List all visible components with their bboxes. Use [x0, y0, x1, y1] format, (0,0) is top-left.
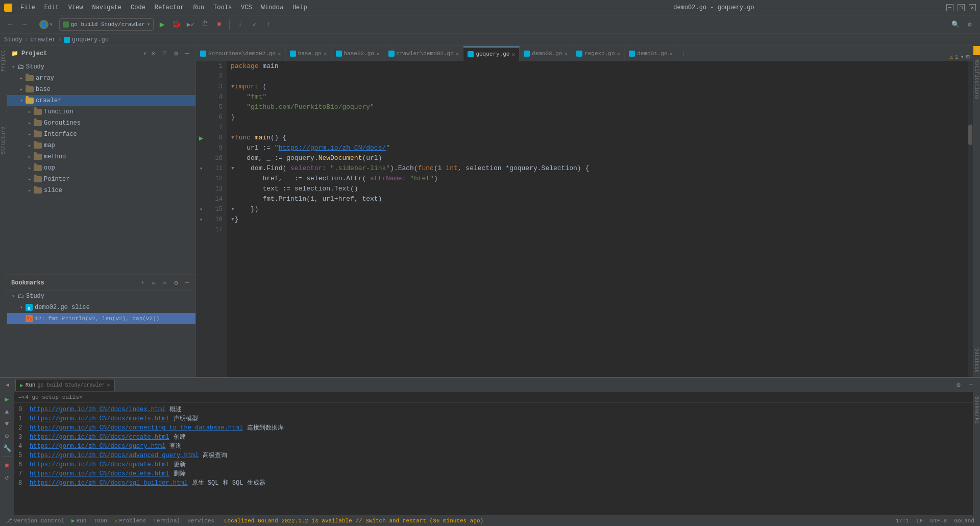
code-content[interactable]: package main ▾import ( "fmt" "github.com… — [227, 61, 968, 377]
tab-close-4[interactable]: ✕ — [511, 51, 515, 58]
output-url-6[interactable]: https://gorm.io/zh_CN/docs/update.html — [30, 460, 169, 469]
fold-arrow-16[interactable]: ▾ — [231, 214, 235, 225]
tab-demo03[interactable]: demo03.go ✕ — [520, 46, 572, 61]
run-scroll-down-button[interactable]: ▼ — [2, 419, 12, 429]
minimize-button[interactable]: — — [946, 4, 953, 11]
close-panel-button[interactable]: — — [183, 50, 191, 58]
tab-demo01[interactable]: demo01.go ✕ — [625, 46, 677, 61]
tab-close-0[interactable]: ✕ — [278, 51, 281, 57]
run-settings-button[interactable]: ⚙ — [2, 431, 12, 441]
tab-close-2[interactable]: ✕ — [376, 51, 380, 57]
maximize-button[interactable]: ❐ — [958, 4, 965, 11]
bookmarks-add-button[interactable]: + — [138, 279, 146, 287]
todo-status[interactable]: TODO — [92, 518, 108, 524]
tree-item-slice[interactable]: slice — [7, 185, 195, 196]
run-scroll-up-button[interactable]: ▲ — [2, 407, 12, 417]
fold-arrow-func[interactable]: ▾ — [231, 133, 235, 143]
bookmarks-edit-button[interactable]: ✏ — [150, 279, 158, 287]
breadcrumb-study[interactable]: Study — [4, 36, 22, 43]
run-stop-button[interactable]: ■ — [2, 460, 12, 470]
tab-base[interactable]: base.go ✕ — [286, 46, 332, 61]
profile-button[interactable]: 👤 ▾ — [39, 20, 53, 29]
run-button[interactable]: ▶ — [156, 18, 168, 31]
line-ending[interactable]: LF — [915, 518, 924, 524]
vcs-status[interactable]: ⎇ Version Control — [4, 517, 66, 524]
output-url-7[interactable]: https://gorm.io/zh_CN/docs/delete.html — [30, 469, 169, 479]
menu-view[interactable]: View — [64, 3, 87, 12]
bookmarks-file[interactable]: g demo02.go slice — [7, 302, 195, 313]
tab-run[interactable]: ▶ Run go build Study/crawler ✕ — [15, 379, 115, 391]
tab-close-7[interactable]: ✕ — [670, 51, 673, 57]
fold-arrow-15[interactable]: ▾ — [231, 204, 235, 214]
run-status[interactable]: ▶ Run — [70, 517, 88, 524]
tab-close-3[interactable]: ✕ — [456, 51, 459, 57]
vcs-push-button[interactable]: ↑ — [262, 18, 275, 31]
run-play-button[interactable]: ▶ — [2, 394, 12, 404]
tab-regexp[interactable]: regexp.go ✕ — [572, 46, 625, 61]
fold-arrow-import[interactable]: ▾ — [231, 82, 235, 92]
run-config-dropdown[interactable]: go build Study/crawler ▾ — [59, 18, 154, 31]
output-url-5[interactable]: https://gorm.io/zh_CN/docs/advanced_quer… — [30, 451, 199, 460]
coverage-button[interactable]: ▶✓ — [184, 18, 197, 31]
bookmarks-study[interactable]: 🗂 Study — [7, 291, 195, 302]
fold-arrow-find[interactable]: ▾ — [231, 163, 235, 174]
breadcrumb-crawler[interactable]: crawler — [30, 36, 56, 43]
bookmarks-close-button[interactable]: — — [183, 279, 191, 287]
output-url-0[interactable]: https://gorm.io/zh_CN/docs/index.html — [30, 405, 165, 414]
structure-sidebar-label[interactable]: Structure — [1, 125, 6, 156]
editor-scrollbar[interactable] — [968, 61, 973, 377]
menu-navigate[interactable]: Navigate — [88, 3, 126, 12]
menu-help[interactable]: Help — [288, 3, 311, 12]
close-button[interactable]: ✕ — [969, 4, 976, 11]
back-button[interactable]: ← — [4, 18, 16, 31]
tree-item-interface[interactable]: Interface — [7, 129, 195, 140]
locate-file-button[interactable]: ⊙ — [150, 50, 158, 58]
terminal-status[interactable]: Terminal — [152, 518, 182, 524]
stop-button[interactable]: ■ — [213, 18, 225, 31]
menu-refactor[interactable]: Refactor — [151, 3, 188, 12]
search-everywhere-button[interactable]: 🔍 — [949, 18, 962, 31]
tree-item-oop[interactable]: oop — [7, 162, 195, 174]
scrollbar-thumb[interactable] — [968, 125, 972, 145]
ide-name[interactable]: GoLand — [952, 518, 976, 524]
tree-item-base[interactable]: base — [7, 84, 195, 95]
forward-button[interactable]: → — [18, 18, 31, 31]
database-label[interactable]: Database — [973, 344, 980, 377]
tabs-overflow-button[interactable]: ⋮ — [677, 46, 689, 61]
panel-options-button[interactable]: ⚙ — [172, 50, 180, 58]
menu-vcs[interactable]: VCS — [237, 3, 256, 12]
tab-goquery[interactable]: goquery.go ✕ — [463, 46, 520, 61]
tab-close-5[interactable]: ✕ — [564, 51, 568, 57]
menu-run[interactable]: Run — [189, 3, 208, 12]
close-run-button[interactable]: — — [966, 380, 976, 390]
tree-item-goroutines[interactable]: Goroutines — [7, 117, 195, 129]
charset-indicator[interactable]: UTF-8 — [928, 518, 948, 524]
position-indicator[interactable]: 17:1 — [894, 518, 911, 524]
tree-item-array[interactable]: array — [7, 73, 195, 84]
tab-close-6[interactable]: ✕ — [617, 51, 621, 57]
tree-item-crawler[interactable]: crawler — [7, 95, 195, 106]
tab-close-1[interactable]: ✕ — [324, 51, 327, 57]
tab-crawler-demo02[interactable]: crawler\demo02.go ✕ — [384, 46, 464, 61]
vcs-commit-button[interactable]: ✓ — [248, 18, 260, 31]
menu-window[interactable]: Window — [257, 3, 287, 12]
warning-icon[interactable]: ⚠ — [949, 54, 953, 60]
menu-tools[interactable]: Tools — [209, 3, 236, 12]
project-sidebar-label[interactable]: Project — [1, 48, 6, 74]
tree-item-pointer[interactable]: Pointer — [7, 174, 195, 185]
tree-item-function[interactable]: function — [7, 106, 195, 117]
output-url-3[interactable]: https://gorm.io/zh_CN/docs/create.html — [30, 433, 169, 442]
services-status[interactable]: Services — [186, 518, 216, 524]
run-rerun-button[interactable]: ↺ — [2, 472, 12, 483]
bottom-left-collapse[interactable]: ◀ — [4, 380, 11, 390]
tab-goroutines-demo02[interactable]: Goroutines\demo02.go ✕ — [196, 46, 286, 61]
output-url-2[interactable]: https://gorm.io/zh_CN/docs/connecting_to… — [30, 423, 243, 433]
problems-status[interactable]: ⚠ Problems — [113, 517, 148, 524]
bookmarks-options-button[interactable]: ⚙ — [172, 279, 180, 287]
run-tab-close[interactable]: ✕ — [107, 382, 110, 388]
output-url-4[interactable]: https://gorm.io/zh_CN/docs/query.html — [30, 442, 165, 451]
profile-run-button[interactable]: ⏱ — [199, 18, 211, 31]
menu-edit[interactable]: Edit — [40, 3, 63, 12]
status-warning[interactable]: Localized GoLand 2022.1.2 is available /… — [224, 518, 890, 524]
debug-button[interactable]: 🐞 — [170, 18, 182, 31]
